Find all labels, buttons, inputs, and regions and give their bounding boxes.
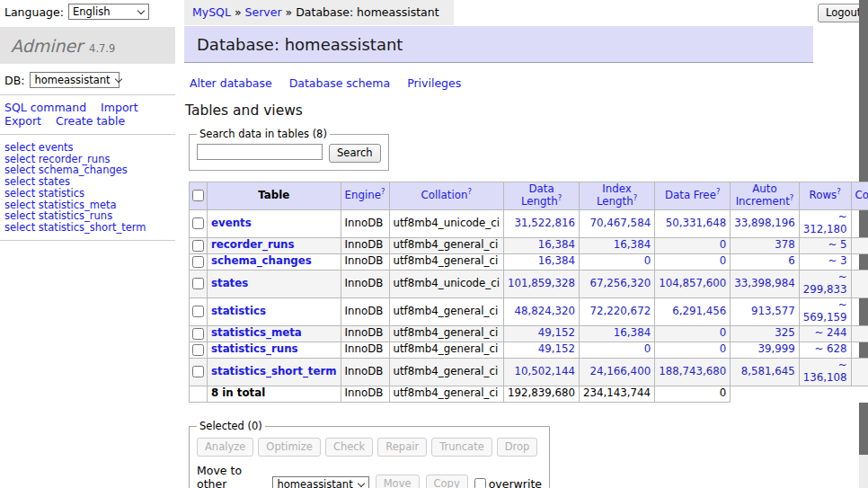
table-link[interactable]: schema_changes (211, 254, 312, 267)
sidebar-divider (0, 240, 175, 241)
row-checkbox[interactable] (192, 256, 204, 268)
data-length-cell: 49,152 (504, 342, 580, 359)
column-sort-link[interactable]: Auto Increment (736, 182, 790, 208)
overwrite-option: overwrite (474, 477, 542, 488)
select-all-checkbox[interactable] (192, 190, 204, 201)
sidebar-divider (0, 94, 175, 95)
table-link[interactable]: statistics_runs (211, 342, 298, 355)
table-link[interactable]: statistics (211, 305, 266, 317)
collation-cell: utf8mb4_general_ci (389, 326, 504, 342)
column-help-link[interactable]: ? (381, 187, 385, 196)
row-checkbox[interactable] (192, 278, 204, 289)
column-help-link[interactable]: ? (837, 187, 841, 196)
page-title-text: Database: homeassistant (197, 35, 403, 54)
search-legend: Search data in tables (8) (197, 128, 330, 140)
chevron-down-icon (114, 75, 121, 83)
total-blank-cell (799, 386, 851, 403)
sidebar-action-link[interactable]: Export (4, 114, 41, 128)
data-length-cell: 16,384 (504, 238, 580, 254)
table-link[interactable]: statistics_short_term (211, 365, 337, 377)
database-action-link[interactable]: Privileges (407, 76, 461, 90)
column-help-link[interactable]: ? (633, 193, 638, 202)
db-select[interactable]: homeassistant (30, 72, 120, 88)
row-checkbox-cell (190, 254, 208, 271)
total-data-length-cell: 192,839,680 (504, 386, 580, 403)
engine-cell: InnoDB (341, 238, 389, 254)
column-help-link[interactable]: ? (558, 193, 562, 202)
data-free-cell: 0 (655, 254, 731, 271)
auto-increment-cell: 33,898,196 (731, 210, 800, 238)
row-checkbox[interactable] (192, 366, 204, 377)
row-checkbox[interactable] (192, 344, 204, 356)
column-sort-link[interactable]: Data Free (665, 189, 716, 201)
sidebar-select-link[interactable]: select statistics_short_term (4, 222, 175, 234)
column-sort-link[interactable]: Engine (345, 189, 381, 201)
breadcrumb-link[interactable]: MySQL (192, 5, 231, 19)
database-action-link[interactable]: Database schema (289, 76, 390, 90)
column-help-link[interactable]: ? (467, 187, 472, 196)
sidebar-action-link[interactable]: Import (101, 101, 138, 114)
engine-cell: InnoDB (341, 326, 389, 342)
auto-increment-cell: 325 (731, 326, 800, 342)
row-checkbox-cell (190, 210, 208, 238)
search-input[interactable] (197, 144, 323, 160)
table-link[interactable]: statistics_meta (211, 326, 302, 339)
analyze-button[interactable]: Analyze (197, 438, 253, 457)
logo-title[interactable]: Adminer (11, 36, 83, 56)
rows-cell: ~ 569,159 (799, 298, 851, 326)
column-sort-link[interactable]: Data Length (521, 182, 558, 208)
column-help-link[interactable]: ? (790, 193, 794, 202)
column-header-auto-increment: Auto Increment? (731, 182, 800, 210)
sidebar-select-link[interactable]: select states (4, 176, 175, 188)
column-sort-link[interactable]: Index Length (597, 182, 633, 208)
table-name-cell: statistics (208, 298, 341, 326)
row-checkbox[interactable] (192, 217, 204, 229)
column-sort-link[interactable]: Rows (810, 189, 837, 201)
overwrite-label: overwrite (489, 477, 542, 488)
table-link[interactable]: events (211, 217, 252, 229)
database-action-link[interactable]: Alter database (190, 76, 272, 90)
overwrite-checkbox[interactable] (474, 478, 486, 488)
row-checkbox[interactable] (192, 240, 204, 252)
repair-button[interactable]: Repair (377, 438, 427, 457)
truncate-button[interactable]: Truncate (431, 438, 492, 457)
index-length-cell: 72,220,672 (580, 298, 655, 326)
total-label-cell: 8 in total (208, 386, 341, 403)
drop-button[interactable]: Drop (497, 438, 538, 457)
breadcrumb-link[interactable]: Server (245, 5, 282, 19)
collation-cell: utf8mb4_unicode_ci (389, 210, 504, 238)
copy-button[interactable]: Copy (426, 475, 468, 488)
column-help-link[interactable]: ? (716, 187, 721, 196)
table-name-cell: events (208, 210, 341, 238)
column-sort-link[interactable]: Comment (855, 189, 868, 201)
rows-cell: ~ 244 (799, 326, 851, 342)
check-button[interactable]: Check (325, 438, 373, 457)
row-checkbox-cell (190, 342, 208, 359)
auto-increment-cell: 39,999 (731, 342, 800, 359)
auto-increment-cell: 378 (731, 238, 800, 254)
table-row: statistics_metaInnoDButf8mb4_general_ci4… (190, 326, 868, 342)
table-row: statisticsInnoDButf8mb4_general_ci48,824… (190, 298, 868, 326)
chevron-down-icon (357, 479, 364, 486)
row-checkbox[interactable] (192, 328, 204, 340)
column-header-comment: Comment? (851, 182, 868, 210)
column-sort-link[interactable]: Collation (421, 189, 468, 201)
tables-heading: Tables and views (185, 102, 813, 119)
sidebar-action-link[interactable]: Create table (56, 114, 125, 128)
language-select[interactable]: English (68, 4, 149, 20)
table-link[interactable]: states (211, 277, 248, 289)
collation-cell: utf8mb4_general_ci (389, 298, 504, 326)
sidebar-action-link[interactable]: SQL command (4, 101, 86, 114)
sidebar-select-link[interactable]: select statistics (4, 188, 175, 200)
table-name-cell: recorder_runs (208, 238, 341, 254)
search-button[interactable]: Search (329, 144, 381, 163)
sidebar-select-link[interactable]: select events (4, 142, 175, 154)
optimize-button[interactable]: Optimize (258, 438, 321, 457)
table-link[interactable]: recorder_runs (211, 238, 295, 251)
table-header-row: TableEngine?Collation?Data Length?Index … (190, 182, 868, 210)
data-free-cell: 0 (655, 326, 731, 342)
move-button[interactable]: Move (376, 475, 420, 488)
move-db-select[interactable]: homeassistant (272, 476, 368, 488)
auto-increment-cell: 6 (731, 254, 800, 271)
row-checkbox[interactable] (192, 306, 204, 317)
